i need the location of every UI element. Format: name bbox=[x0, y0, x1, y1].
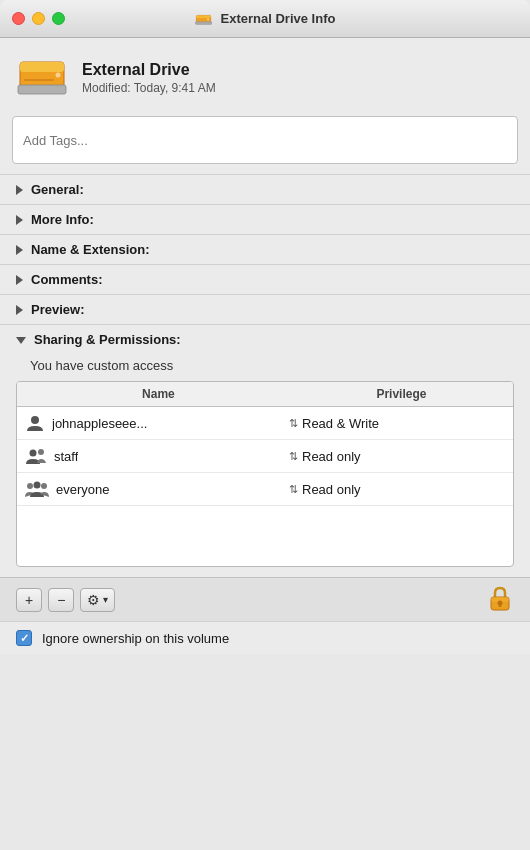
name-cell-3: everyone bbox=[25, 479, 289, 499]
svg-rect-1 bbox=[196, 15, 210, 18]
privilege-arrows-3: ⇅ bbox=[289, 483, 298, 496]
maximize-button[interactable] bbox=[52, 12, 65, 25]
section-comments[interactable]: Comments: bbox=[0, 264, 530, 294]
section-comments-label: Comments: bbox=[31, 272, 103, 287]
remove-button[interactable]: − bbox=[48, 588, 74, 612]
section-general-label: General: bbox=[31, 182, 84, 197]
svg-rect-6 bbox=[18, 85, 66, 94]
add-button[interactable]: + bbox=[16, 588, 42, 612]
file-modified: Modified: Today, 9:41 AM bbox=[82, 81, 216, 95]
svg-rect-5 bbox=[20, 62, 64, 72]
svg-rect-2 bbox=[195, 21, 211, 24]
svg-point-12 bbox=[27, 483, 33, 489]
title-bar: External Drive Info bbox=[0, 0, 530, 38]
triangle-name-ext bbox=[16, 245, 23, 255]
table-header: Name Privilege bbox=[17, 382, 513, 407]
lock-icon[interactable] bbox=[486, 584, 514, 615]
ignore-ownership-label: Ignore ownership on this volume bbox=[42, 631, 229, 646]
tags-section bbox=[12, 116, 518, 164]
file-info: External Drive Modified: Today, 9:41 AM bbox=[82, 61, 216, 95]
person-icon bbox=[25, 413, 45, 433]
section-name-extension[interactable]: Name & Extension: bbox=[0, 234, 530, 264]
name-cell-2: staff bbox=[25, 446, 289, 466]
triangle-comments bbox=[16, 275, 23, 285]
name-cell-1: johnappleseee... bbox=[25, 413, 289, 433]
chevron-down-icon: ▾ bbox=[103, 594, 108, 605]
ignore-ownership-checkbox[interactable] bbox=[16, 630, 32, 646]
file-header: External Drive Modified: Today, 9:41 AM bbox=[0, 38, 530, 116]
drive-icon-small bbox=[195, 10, 213, 28]
table-row[interactable]: staff ⇅ Read only bbox=[17, 440, 513, 473]
sharing-header[interactable]: Sharing & Permissions: bbox=[0, 325, 530, 354]
table-row[interactable]: everyone ⇅ Read only bbox=[17, 473, 513, 506]
user-name-1: johnappleseee... bbox=[52, 416, 147, 431]
window-title: External Drive Info bbox=[195, 10, 336, 28]
col-header-privilege: Privilege bbox=[290, 387, 513, 401]
privilege-text-1: Read & Write bbox=[302, 416, 379, 431]
privilege-arrows-2: ⇅ bbox=[289, 450, 298, 463]
traffic-lights bbox=[12, 12, 65, 25]
drive-icon-large bbox=[16, 52, 68, 104]
privilege-text-2: Read only bbox=[302, 449, 361, 464]
content-area: External Drive Modified: Today, 9:41 AM … bbox=[0, 38, 530, 654]
ignore-ownership-row: Ignore ownership on this volume bbox=[0, 621, 530, 654]
svg-point-13 bbox=[34, 482, 41, 489]
section-more-info-label: More Info: bbox=[31, 212, 94, 227]
svg-point-10 bbox=[30, 450, 37, 457]
triangle-sharing bbox=[16, 337, 26, 344]
privilege-cell-1[interactable]: ⇅ Read & Write bbox=[289, 416, 505, 431]
svg-point-7 bbox=[56, 73, 61, 78]
privilege-cell-2[interactable]: ⇅ Read only bbox=[289, 449, 505, 464]
svg-point-11 bbox=[38, 449, 44, 455]
everyone-icon bbox=[25, 479, 49, 499]
user-name-2: staff bbox=[54, 449, 78, 464]
triangle-more-info bbox=[16, 215, 23, 225]
custom-access-text: You have custom access bbox=[0, 354, 530, 381]
section-name-extension-label: Name & Extension: bbox=[31, 242, 149, 257]
section-preview[interactable]: Preview: bbox=[0, 294, 530, 324]
gear-button[interactable]: ⚙ ▾ bbox=[80, 588, 115, 612]
svg-rect-18 bbox=[499, 603, 501, 607]
section-preview-label: Preview: bbox=[31, 302, 84, 317]
permissions-toolbar: + − ⚙ ▾ bbox=[0, 577, 530, 621]
svg-point-14 bbox=[41, 483, 47, 489]
svg-point-9 bbox=[31, 416, 39, 424]
file-name: External Drive bbox=[82, 61, 216, 79]
close-button[interactable] bbox=[12, 12, 25, 25]
gear-icon: ⚙ bbox=[87, 592, 100, 608]
privilege-arrows-1: ⇅ bbox=[289, 417, 298, 430]
section-more-info[interactable]: More Info: bbox=[0, 204, 530, 234]
section-general[interactable]: General: bbox=[0, 174, 530, 204]
permissions-table: Name Privilege johnappleseee... ⇅ Read &… bbox=[16, 381, 514, 567]
sharing-section: Sharing & Permissions: You have custom a… bbox=[0, 324, 530, 621]
group-icon bbox=[25, 446, 47, 466]
sharing-label: Sharing & Permissions: bbox=[34, 332, 181, 347]
svg-point-3 bbox=[207, 18, 209, 20]
table-row[interactable]: johnappleseee... ⇅ Read & Write bbox=[17, 407, 513, 440]
user-name-3: everyone bbox=[56, 482, 109, 497]
tags-input[interactable] bbox=[12, 116, 518, 164]
privilege-cell-3[interactable]: ⇅ Read only bbox=[289, 482, 505, 497]
svg-rect-8 bbox=[24, 79, 54, 81]
padlock-svg bbox=[486, 584, 514, 612]
privilege-text-3: Read only bbox=[302, 482, 361, 497]
col-header-name: Name bbox=[17, 387, 290, 401]
minimize-button[interactable] bbox=[32, 12, 45, 25]
triangle-general bbox=[16, 185, 23, 195]
table-empty-space bbox=[17, 506, 513, 566]
triangle-preview bbox=[16, 305, 23, 315]
